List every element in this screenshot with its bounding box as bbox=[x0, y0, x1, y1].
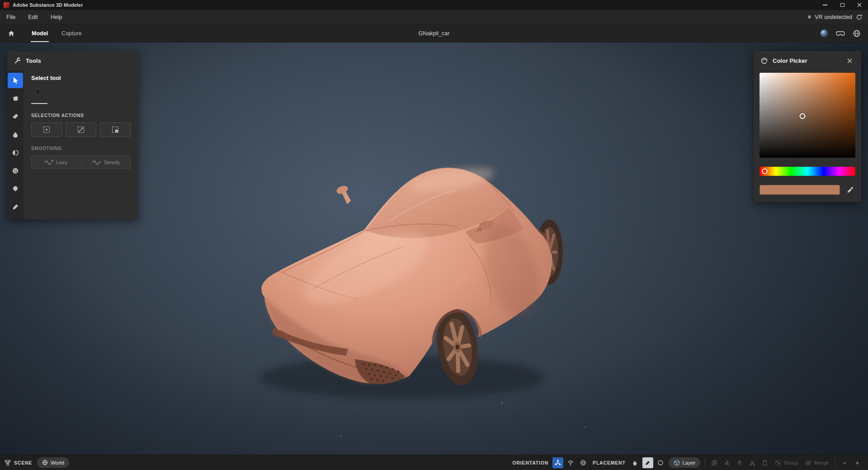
clipboard-button[interactable] bbox=[760, 457, 770, 468]
menubar: File Edit Help VR undetected bbox=[0, 10, 868, 24]
marquee-add-icon bbox=[42, 126, 51, 134]
dust-particle bbox=[340, 436, 341, 437]
placement-hand-button[interactable] bbox=[630, 457, 641, 468]
zoom-in-button[interactable]: + bbox=[852, 457, 863, 468]
smoothing-steady-button[interactable]: Steady bbox=[81, 155, 131, 169]
scene-label: SCENE bbox=[14, 460, 32, 465]
placement-circle-button[interactable] bbox=[655, 457, 666, 468]
smoothing-lazy-label: Lazy bbox=[56, 160, 67, 165]
vr-headset-button[interactable] bbox=[835, 28, 846, 39]
merge-button[interactable]: Merge bbox=[802, 457, 831, 468]
vr-status-label: VR undetected bbox=[815, 14, 852, 20]
tool-select-button[interactable] bbox=[8, 73, 23, 88]
placement-pen-button[interactable] bbox=[642, 457, 653, 468]
duplicate-icon bbox=[711, 460, 717, 466]
mirror-button[interactable] bbox=[722, 457, 732, 468]
orientation-axes-button[interactable] bbox=[552, 457, 563, 468]
select-cursor-icon bbox=[12, 77, 19, 84]
app-title: Adobe Substance 3D Modeler bbox=[13, 2, 83, 8]
tools-panel: Tools bbox=[7, 51, 138, 219]
clipboard-icon bbox=[762, 460, 768, 466]
minus-icon: − bbox=[843, 459, 846, 466]
select-cursor-icon bbox=[34, 88, 42, 96]
wrench-icon bbox=[14, 57, 21, 64]
tab-model[interactable]: Model bbox=[31, 24, 49, 42]
viewport-shading-button[interactable] bbox=[818, 28, 830, 39]
smoothing-steady-label: Steady bbox=[104, 160, 120, 165]
maximize-button[interactable] bbox=[834, 0, 851, 10]
wave-icon bbox=[44, 160, 53, 165]
hue-cursor[interactable] bbox=[762, 169, 768, 174]
layer-button[interactable]: Layer bbox=[669, 457, 701, 468]
color-picker-close-button[interactable] bbox=[844, 56, 854, 66]
dust-particle bbox=[226, 332, 227, 333]
close-icon bbox=[857, 3, 862, 7]
clay-icon bbox=[12, 95, 19, 102]
cut-icon bbox=[749, 460, 755, 466]
world-button[interactable]: World bbox=[37, 457, 69, 468]
axes-icon bbox=[555, 460, 561, 466]
plus-icon: + bbox=[855, 459, 859, 466]
statusbar: SCENE World ORIENTATION PLACEMENT bbox=[0, 455, 868, 470]
sv-cursor[interactable] bbox=[800, 113, 806, 119]
hue-slider[interactable] bbox=[760, 167, 855, 176]
duplicate-button[interactable] bbox=[709, 457, 720, 468]
group-button[interactable]: Group bbox=[772, 457, 801, 468]
orientation-plane-button[interactable] bbox=[565, 457, 576, 468]
close-button[interactable] bbox=[851, 0, 868, 10]
separator bbox=[705, 459, 705, 467]
car-model-3d[interactable] bbox=[253, 154, 570, 407]
cube-icon bbox=[674, 460, 680, 466]
globe-icon bbox=[42, 460, 48, 465]
active-tool-indicator bbox=[31, 103, 47, 104]
dust-particle bbox=[627, 446, 628, 446]
tool-paint-button[interactable] bbox=[8, 199, 23, 215]
deselect-all-button[interactable] bbox=[66, 122, 96, 137]
orientation-world-button[interactable] bbox=[578, 457, 589, 468]
tool-smudge-button[interactable] bbox=[8, 127, 23, 142]
flip-button[interactable] bbox=[734, 457, 745, 468]
environment-button[interactable] bbox=[851, 28, 863, 39]
menu-file[interactable]: File bbox=[0, 10, 22, 24]
dust-particle bbox=[515, 408, 516, 409]
tab-capture[interactable]: Capture bbox=[61, 24, 82, 42]
titlebar: Adobe Substance 3D Modeler bbox=[0, 0, 868, 10]
minimize-button[interactable] bbox=[816, 0, 834, 10]
minimize-icon bbox=[823, 5, 827, 5]
saturation-value-field[interactable] bbox=[760, 73, 855, 158]
tool-smooth-button[interactable] bbox=[8, 145, 23, 160]
circle-icon bbox=[657, 460, 664, 466]
tool-inflate-button[interactable] bbox=[8, 181, 23, 197]
refresh-icon[interactable] bbox=[856, 14, 863, 20]
document-title: GNakpil_car bbox=[419, 30, 450, 37]
selection-actions-label: SELECTION ACTIONS bbox=[31, 113, 131, 118]
smudge-icon bbox=[12, 131, 19, 138]
tools-panel-title: Tools bbox=[26, 57, 41, 64]
texture-icon bbox=[12, 167, 19, 174]
current-color-swatch[interactable] bbox=[760, 185, 840, 195]
globe-icon bbox=[853, 29, 861, 38]
tool-strip bbox=[7, 70, 24, 219]
smoothing-label: SMOOTHING bbox=[31, 146, 131, 151]
tool-clay-button[interactable] bbox=[8, 91, 23, 106]
menu-help[interactable]: Help bbox=[44, 10, 69, 24]
dust-particle bbox=[585, 427, 586, 428]
select-all-button[interactable] bbox=[31, 122, 62, 137]
eyedropper-icon bbox=[847, 186, 854, 193]
tool-texture-button[interactable] bbox=[8, 163, 23, 179]
brush-icon bbox=[12, 203, 19, 211]
zoom-out-button[interactable]: − bbox=[839, 457, 850, 468]
eraser-icon bbox=[12, 113, 19, 120]
dust-particle bbox=[367, 443, 368, 444]
home-icon bbox=[8, 30, 15, 37]
world-label: World bbox=[51, 460, 64, 465]
smoothing-lazy-button[interactable]: Lazy bbox=[31, 155, 80, 169]
cut-button[interactable] bbox=[747, 457, 758, 468]
invert-selection-button[interactable] bbox=[100, 122, 131, 137]
eyedropper-button[interactable] bbox=[845, 185, 855, 195]
menu-edit[interactable]: Edit bbox=[22, 10, 44, 24]
viewport-shading-icon bbox=[819, 28, 829, 38]
home-button[interactable] bbox=[4, 27, 19, 40]
dust-particle bbox=[407, 449, 408, 450]
tool-eraser-button[interactable] bbox=[8, 109, 23, 124]
